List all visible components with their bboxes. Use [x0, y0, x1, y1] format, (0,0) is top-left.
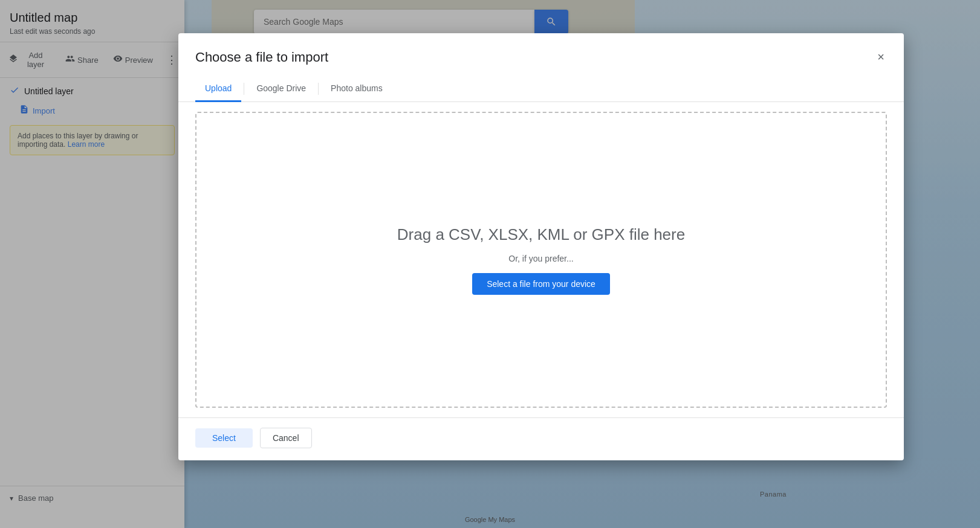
select-file-button[interactable]: Select a file from your device: [472, 273, 610, 295]
modal-title: Choose a file to import: [195, 50, 328, 65]
tab-photo-albums[interactable]: Photo albums: [321, 76, 392, 102]
modal-header: Choose a file to import ×: [178, 33, 904, 66]
tab-divider-2: [318, 83, 319, 95]
footer-cancel-button[interactable]: Cancel: [260, 428, 312, 448]
tab-upload[interactable]: Upload: [195, 76, 241, 102]
tab-google-drive[interactable]: Google Drive: [247, 76, 316, 102]
drop-zone[interactable]: Drag a CSV, XLSX, KML or GPX file here O…: [195, 112, 887, 408]
drop-zone-or-text: Or, if you prefer...: [508, 254, 573, 263]
modal-tabs: Upload Google Drive Photo albums: [178, 76, 904, 102]
tab-divider-1: [244, 83, 244, 95]
modal-close-button[interactable]: ×: [875, 48, 887, 66]
drop-zone-text: Drag a CSV, XLSX, KML or GPX file here: [397, 225, 685, 244]
import-modal: Choose a file to import × Upload Google …: [178, 33, 904, 460]
modal-footer: Select Cancel: [178, 417, 904, 460]
footer-select-button[interactable]: Select: [195, 428, 253, 448]
